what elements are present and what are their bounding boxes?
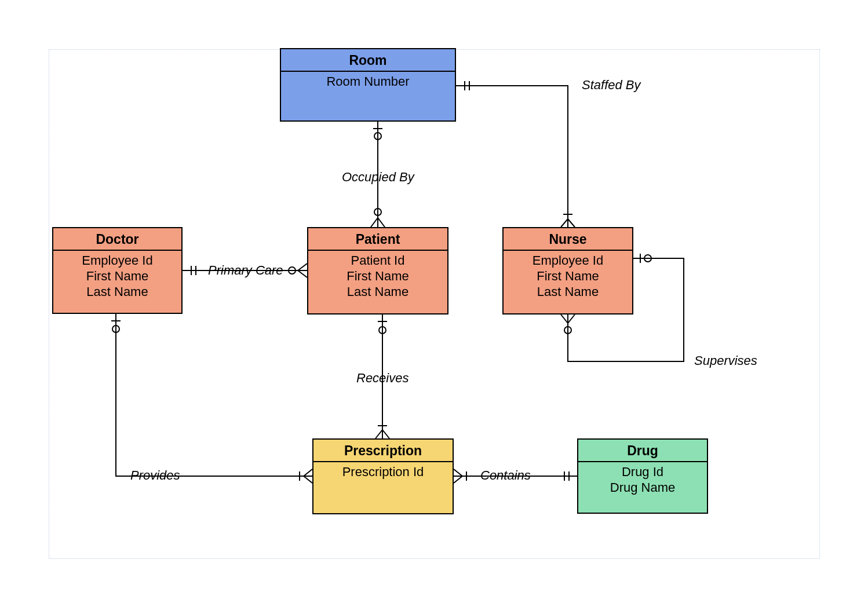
- rel-label-supervises: Supervises: [694, 353, 757, 368]
- entity-nurse-attr: Last Name: [504, 284, 632, 300]
- entity-nurse-attrs: Employee Id First Name Last Name: [504, 251, 632, 299]
- entity-drug-attr: Drug Name: [578, 480, 707, 496]
- entity-room-attr: Room Number: [281, 74, 455, 90]
- rel-label-primary-care: Primary Care: [208, 263, 283, 278]
- entity-doctor-attr: Employee Id: [53, 253, 181, 269]
- entity-drug-attr: Drug Id: [578, 465, 707, 480]
- svg-line-14: [298, 270, 307, 277]
- svg-line-13: [298, 264, 307, 270]
- svg-line-4: [568, 219, 575, 227]
- rel-label-staffed-by: Staffed By: [582, 78, 641, 93]
- svg-line-24: [304, 476, 312, 483]
- svg-line-19: [382, 430, 389, 438]
- entity-patient-attr: Patient Id: [308, 253, 447, 269]
- entity-doctor-attr: Last Name: [53, 284, 181, 300]
- entity-drug[interactable]: Drug Drug Id Drug Name: [577, 438, 708, 514]
- entity-doctor-title: Doctor: [53, 228, 181, 251]
- svg-line-18: [375, 430, 382, 438]
- entity-nurse-attr: Employee Id: [504, 253, 632, 269]
- rel-staffed-by-line: [456, 86, 568, 227]
- entity-doctor-attrs: Employee Id First Name Last Name: [53, 251, 181, 299]
- rel-label-occupied-by: Occupied By: [342, 170, 414, 185]
- entity-nurse-title: Nurse: [504, 228, 632, 251]
- entity-room-attrs: Room Number: [281, 72, 455, 90]
- svg-line-33: [561, 315, 568, 323]
- entity-drug-attrs: Drug Id Drug Name: [578, 462, 707, 496]
- entity-patient-attr: Last Name: [308, 284, 447, 300]
- entity-doctor[interactable]: Doctor Employee Id First Name Last Name: [52, 227, 183, 314]
- entity-patient-attr: First Name: [308, 269, 447, 284]
- svg-line-34: [568, 315, 575, 323]
- entity-drug-title: Drug: [578, 440, 707, 462]
- entity-prescription-attr: Prescription Id: [313, 465, 453, 480]
- entity-prescription[interactable]: Prescription Prescription Id: [312, 438, 454, 514]
- svg-line-27: [454, 476, 462, 483]
- svg-line-9: [378, 218, 385, 227]
- rel-provides-line: [116, 314, 312, 476]
- entity-patient[interactable]: Patient Patient Id First Name Last Name: [307, 227, 448, 315]
- entity-nurse-attr: First Name: [504, 269, 632, 284]
- entity-room[interactable]: Room Room Number: [280, 48, 456, 122]
- svg-line-23: [304, 469, 312, 476]
- rel-label-contains: Contains: [480, 468, 531, 483]
- entity-patient-attrs: Patient Id First Name Last Name: [308, 251, 447, 299]
- svg-line-8: [371, 218, 378, 227]
- entity-patient-title: Patient: [308, 228, 447, 251]
- svg-line-3: [561, 219, 568, 227]
- svg-line-26: [454, 469, 462, 476]
- entity-prescription-attrs: Prescription Id: [313, 462, 453, 480]
- entity-prescription-title: Prescription: [313, 440, 453, 462]
- rel-label-provides: Provides: [130, 468, 180, 483]
- entity-room-title: Room: [281, 49, 455, 72]
- rel-label-receives: Receives: [356, 371, 409, 386]
- entity-nurse[interactable]: Nurse Employee Id First Name Last Name: [502, 227, 633, 315]
- entity-doctor-attr: First Name: [53, 269, 181, 284]
